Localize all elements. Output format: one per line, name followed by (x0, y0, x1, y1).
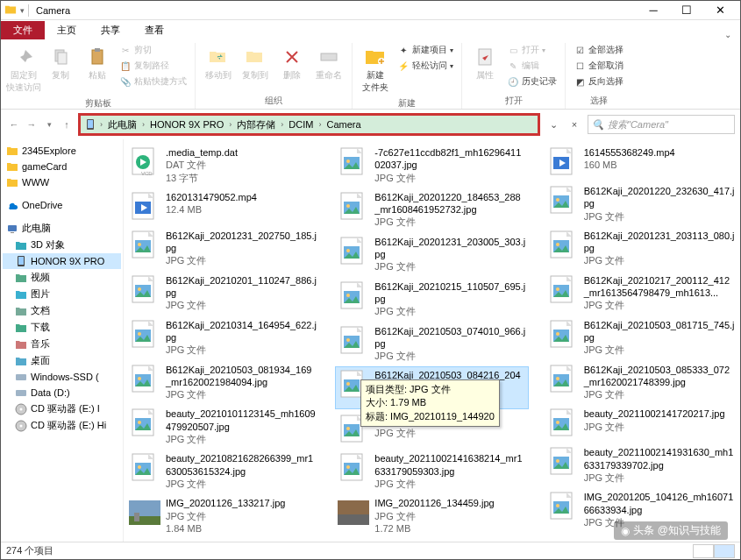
copyto-button[interactable]: 复制到 (238, 43, 273, 83)
file-item[interactable]: beauty_20211002141931630_mh1633179339702… (545, 444, 737, 486)
tree-item[interactable]: 视频 (3, 269, 121, 286)
vid-icon (129, 191, 160, 223)
svg-text:VCD: VCD (141, 171, 153, 176)
tree-item[interactable]: CD 驱动器 (E:) I (3, 401, 121, 417)
folder-icon (6, 145, 18, 157)
file-item[interactable]: B612Kaji_20210201_110247_886.jpgJPG 文件 (127, 273, 318, 314)
file-item[interactable]: beauty_20210821628266399_mr1630053615324… (127, 450, 318, 492)
file-item[interactable]: beauty_20210101123145_mh1609479920507.jp… (127, 406, 318, 447)
svg-point-50 (346, 204, 350, 208)
tab-home[interactable]: 主页 (45, 21, 89, 39)
file-item[interactable]: B612Kaji_20201231_203005_303.jpgJPG 文件 (336, 234, 527, 275)
pin-button[interactable]: 固定到 快速访问 (6, 43, 41, 96)
file-item[interactable]: B612Kaji_20210503_081934_169_mr162002198… (127, 362, 318, 403)
history-icon: 🕘 (507, 75, 519, 88)
pastelnk-button[interactable]: 📎粘贴快捷方式 (117, 74, 189, 89)
file-item[interactable]: B612Kaji_20210217_200112_412_mr161356479… (545, 273, 737, 314)
svg-point-87 (556, 377, 559, 380)
crumb[interactable]: HONOR 9X PRO (148, 119, 225, 130)
file-item[interactable]: B612Kaji_20210215_110507_695.jpgJPG 文件 (336, 279, 527, 320)
file-item[interactable]: IMG_20201126_133217.jpgJPG 文件1.84 MB (127, 495, 318, 536)
file-item[interactable]: B612Kaji_20201220_184653_288_mr160846195… (336, 189, 527, 230)
tree-item[interactable]: WWW (3, 174, 121, 190)
file-item[interactable]: B612Kaji_20210503_081715_745.jpgJPG 文件 (545, 317, 737, 358)
moveto-button[interactable]: 移动到 (201, 43, 236, 83)
crumb[interactable]: 此电脑 (106, 118, 139, 131)
tab-view[interactable]: 查看 (132, 21, 176, 39)
addr-dropdown[interactable]: ⌄ (544, 115, 563, 134)
edit-button[interactable]: ✎编辑 (504, 59, 559, 73)
view-icons[interactable] (714, 544, 735, 558)
file-item[interactable]: 1620131479052.mp412.4 MB (127, 189, 318, 224)
jpg-icon (129, 230, 160, 261)
pic-icon (15, 288, 27, 301)
addr-refresh[interactable]: × (565, 115, 584, 134)
tree-item[interactable]: 文档 (3, 302, 121, 319)
tree-item[interactable]: HONOR 9X PRO (3, 253, 121, 269)
newitem-button[interactable]: ✦新建项目▾ (395, 43, 456, 57)
file-item[interactable]: 1614555368249.mp4160 MB (545, 145, 737, 180)
tree-item[interactable]: gameCard (3, 159, 121, 174)
file-item[interactable]: VCD.media_temp.datDAT 文件13 字节 (127, 145, 318, 186)
file-item[interactable]: B612Kaji_20210503_085333_072_mr162002174… (545, 362, 737, 403)
nav-back[interactable]: ← (6, 117, 22, 132)
nav-tree[interactable]: 2345ExploregameCardWWWOneDrive此电脑3D 对象HO… (1, 139, 124, 548)
cut-button[interactable]: ✂剪切 (117, 43, 189, 57)
tree-item[interactable]: 桌面 (3, 352, 121, 369)
tree-onedrive[interactable]: OneDrive (3, 197, 121, 213)
crumb[interactable]: 内部存储 (235, 118, 277, 131)
file-item[interactable]: B612Kaji_20201231_203113_080.jpgJPG 文件 (545, 228, 737, 269)
file-item[interactable]: B612Kaji_20210314_164954_622.jpgJPG 文件 (127, 317, 318, 358)
file-item[interactable]: IMG_20201126_134459.jpgJPG 文件1.72 MB (336, 495, 527, 536)
file-item[interactable]: beauty_20211002141720217.jpgJPG 文件 (545, 406, 737, 441)
tree-thispc[interactable]: 此电脑 (3, 220, 121, 237)
file-item[interactable]: B612Kaji_20201231_202750_185.jpgJPG 文件 (127, 228, 318, 269)
svg-rect-8 (88, 120, 93, 128)
close-button[interactable]: ✕ (703, 2, 737, 19)
path-icon: 📋 (119, 60, 132, 72)
props-button[interactable]: 属性 (467, 43, 502, 83)
tree-item[interactable]: Windows-SSD ( (3, 369, 121, 385)
ribbon-caret-icon[interactable]: ⌄ (724, 30, 731, 39)
view-details[interactable] (693, 544, 714, 558)
selectall-button[interactable]: ☑全部选择 (571, 43, 626, 57)
open-button[interactable]: ▭打开▾ (504, 43, 559, 57)
tree-item[interactable]: 音乐 (3, 336, 121, 352)
crumb[interactable]: DCIM (287, 119, 315, 130)
file-list[interactable]: VCD.media_temp.datDAT 文件13 字节16201314790… (124, 139, 740, 548)
file-item[interactable]: -7c627e11ccdb82f1_mh1629641102037.jpgJPG… (336, 145, 527, 186)
nav-up[interactable]: ↑ (59, 117, 75, 132)
file-item[interactable]: beauty_20211002141638214_mr1633179059303… (336, 450, 527, 492)
delete-button[interactable]: 删除 (274, 43, 310, 83)
copy-button[interactable]: 复制 (43, 43, 78, 83)
phone-icon (15, 255, 27, 267)
qat-down-icon[interactable]: ▾ (20, 6, 25, 15)
tree-item[interactable]: 3D 对象 (3, 237, 121, 253)
minimize-button[interactable]: ─ (637, 2, 670, 19)
tab-share[interactable]: 共享 (89, 21, 132, 39)
tab-file[interactable]: 文件 (1, 21, 45, 39)
paste-button[interactable]: 粘贴 (80, 43, 115, 83)
invert-button[interactable]: ◩反向选择 (571, 74, 626, 89)
history-button[interactable]: 🕘历史记录 (504, 74, 559, 89)
tree-item[interactable]: Data (D:) (3, 385, 121, 401)
crumb[interactable]: Camera (324, 119, 362, 130)
file-item[interactable]: B612Kaji_20210503_074010_966.jpgJPG 文件 (336, 323, 527, 365)
tree-item[interactable]: 2345Explore (3, 143, 121, 159)
tree-item[interactable]: 图片 (3, 286, 121, 302)
easyaccess-button[interactable]: ⚡轻松访问▾ (395, 59, 456, 73)
file-item[interactable]: B612Kaji_20201220_232630_417.jpgJPG 文件 (545, 183, 737, 224)
breadcrumb-bar[interactable]: › 此电脑› HONOR 9X PRO› 内部存储› DCIM› Camera (78, 113, 540, 136)
nav-fwd[interactable]: → (24, 117, 39, 132)
tree-item[interactable]: CD 驱动器 (E:) Hi (3, 417, 121, 434)
copypath-button[interactable]: 📋复制路径 (117, 59, 189, 73)
rename-button[interactable]: 重命名 (311, 43, 346, 83)
svg-point-68 (346, 465, 350, 469)
search-input[interactable]: 🔍 搜索"Camera" (588, 115, 735, 134)
selectnone-button[interactable]: ☐全部取消 (571, 59, 626, 73)
svg-point-29 (138, 287, 141, 291)
newfolder-button[interactable]: 新建 文件夹 (358, 43, 393, 96)
nav-recent[interactable]: ▾ (41, 117, 57, 132)
tree-item[interactable]: 下载 (3, 319, 121, 336)
maximize-button[interactable]: ☐ (670, 2, 703, 19)
